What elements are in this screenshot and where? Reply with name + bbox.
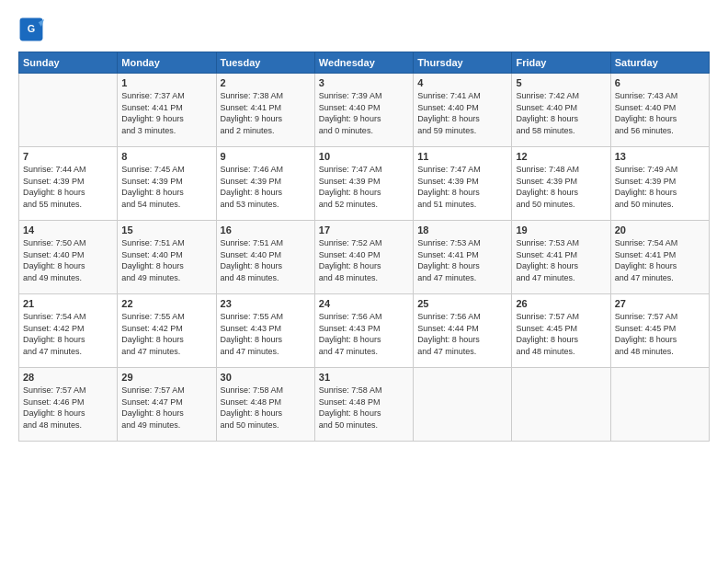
day-number: 13 — [615, 151, 705, 162]
day-header-friday: Friday — [512, 52, 610, 74]
calendar-cell: 27Sunrise: 7:57 AM Sunset: 4:45 PM Dayli… — [610, 294, 709, 368]
cell-info: Sunrise: 7:43 AM Sunset: 4:40 PM Dayligh… — [615, 90, 705, 136]
day-number: 12 — [516, 151, 606, 162]
calendar-table: SundayMondayTuesdayWednesdayThursdayFrid… — [18, 52, 710, 442]
calendar-cell — [512, 368, 610, 442]
cell-info: Sunrise: 7:52 AM Sunset: 4:40 PM Dayligh… — [319, 237, 409, 283]
cell-info: Sunrise: 7:54 AM Sunset: 4:41 PM Dayligh… — [615, 237, 705, 283]
day-number: 31 — [319, 372, 409, 383]
calendar-cell — [19, 74, 118, 147]
calendar-cell — [414, 368, 512, 442]
calendar-cell: 1Sunrise: 7:37 AM Sunset: 4:41 PM Daylig… — [118, 74, 216, 147]
calendar-cell: 11Sunrise: 7:47 AM Sunset: 4:39 PM Dayli… — [414, 147, 512, 221]
cell-info: Sunrise: 7:41 AM Sunset: 4:40 PM Dayligh… — [417, 90, 507, 136]
week-row-4: 21Sunrise: 7:54 AM Sunset: 4:42 PM Dayli… — [19, 294, 710, 368]
cell-info: Sunrise: 7:57 AM Sunset: 4:45 PM Dayligh… — [615, 311, 705, 357]
calendar-cell: 28Sunrise: 7:57 AM Sunset: 4:46 PM Dayli… — [19, 368, 118, 442]
cell-info: Sunrise: 7:55 AM Sunset: 4:43 PM Dayligh… — [221, 311, 311, 357]
day-number: 18 — [417, 224, 507, 236]
day-header-monday: Monday — [118, 52, 216, 74]
calendar-cell: 29Sunrise: 7:57 AM Sunset: 4:47 PM Dayli… — [118, 368, 216, 442]
day-header-wednesday: Wednesday — [314, 52, 413, 74]
day-number: 8 — [121, 151, 211, 162]
cell-info: Sunrise: 7:48 AM Sunset: 4:39 PM Dayligh… — [516, 164, 606, 210]
cell-info: Sunrise: 7:57 AM Sunset: 4:45 PM Dayligh… — [516, 311, 606, 357]
day-header-thursday: Thursday — [414, 52, 512, 74]
day-number: 29 — [121, 372, 211, 383]
cell-info: Sunrise: 7:47 AM Sunset: 4:39 PM Dayligh… — [417, 164, 507, 210]
cell-info: Sunrise: 7:47 AM Sunset: 4:39 PM Dayligh… — [319, 164, 409, 210]
calendar-cell: 6Sunrise: 7:43 AM Sunset: 4:40 PM Daylig… — [610, 74, 709, 147]
calendar-cell: 23Sunrise: 7:55 AM Sunset: 4:43 PM Dayli… — [216, 294, 314, 368]
calendar-cell: 26Sunrise: 7:57 AM Sunset: 4:45 PM Dayli… — [512, 294, 610, 368]
cell-info: Sunrise: 7:46 AM Sunset: 4:39 PM Dayligh… — [221, 164, 311, 210]
calendar-cell: 31Sunrise: 7:58 AM Sunset: 4:48 PM Dayli… — [314, 368, 413, 442]
calendar-cell: 30Sunrise: 7:58 AM Sunset: 4:48 PM Dayli… — [216, 368, 314, 442]
cell-info: Sunrise: 7:38 AM Sunset: 4:41 PM Dayligh… — [221, 90, 311, 136]
day-number: 30 — [221, 372, 311, 383]
cell-info: Sunrise: 7:45 AM Sunset: 4:39 PM Dayligh… — [121, 164, 211, 210]
calendar-cell: 3Sunrise: 7:39 AM Sunset: 4:40 PM Daylig… — [314, 74, 413, 147]
cell-info: Sunrise: 7:53 AM Sunset: 4:41 PM Dayligh… — [417, 237, 507, 283]
calendar-cell: 13Sunrise: 7:49 AM Sunset: 4:39 PM Dayli… — [610, 147, 709, 221]
calendar-cell: 20Sunrise: 7:54 AM Sunset: 4:41 PM Dayli… — [610, 221, 709, 294]
day-number: 15 — [121, 224, 211, 236]
calendar-cell: 25Sunrise: 7:56 AM Sunset: 4:44 PM Dayli… — [414, 294, 512, 368]
day-number: 22 — [121, 298, 211, 309]
day-number: 21 — [23, 298, 113, 309]
day-number: 6 — [615, 77, 705, 88]
calendar-cell: 16Sunrise: 7:51 AM Sunset: 4:40 PM Dayli… — [216, 221, 314, 294]
week-row-5: 28Sunrise: 7:57 AM Sunset: 4:46 PM Dayli… — [19, 368, 710, 442]
calendar-cell: 17Sunrise: 7:52 AM Sunset: 4:40 PM Dayli… — [314, 221, 413, 294]
day-header-sunday: Sunday — [19, 52, 118, 74]
cell-info: Sunrise: 7:55 AM Sunset: 4:42 PM Dayligh… — [121, 311, 211, 357]
week-row-2: 7Sunrise: 7:44 AM Sunset: 4:39 PM Daylig… — [19, 147, 710, 221]
calendar-cell: 14Sunrise: 7:50 AM Sunset: 4:40 PM Dayli… — [19, 221, 118, 294]
calendar-cell: 12Sunrise: 7:48 AM Sunset: 4:39 PM Dayli… — [512, 147, 610, 221]
day-number: 11 — [417, 151, 507, 162]
cell-info: Sunrise: 7:51 AM Sunset: 4:40 PM Dayligh… — [221, 237, 311, 283]
day-number: 16 — [221, 224, 311, 236]
calendar-cell: 2Sunrise: 7:38 AM Sunset: 4:41 PM Daylig… — [216, 74, 314, 147]
header-row: SundayMondayTuesdayWednesdayThursdayFrid… — [19, 52, 710, 74]
calendar-cell: 18Sunrise: 7:53 AM Sunset: 4:41 PM Dayli… — [414, 221, 512, 294]
calendar-cell: 15Sunrise: 7:51 AM Sunset: 4:40 PM Dayli… — [118, 221, 216, 294]
cell-info: Sunrise: 7:56 AM Sunset: 4:43 PM Dayligh… — [319, 311, 409, 357]
day-number: 14 — [23, 224, 113, 236]
header: G — [18, 17, 710, 42]
day-number: 26 — [516, 298, 606, 309]
day-number: 9 — [221, 151, 311, 162]
cell-info: Sunrise: 7:54 AM Sunset: 4:42 PM Dayligh… — [23, 311, 113, 357]
calendar-cell: 10Sunrise: 7:47 AM Sunset: 4:39 PM Dayli… — [314, 147, 413, 221]
cell-info: Sunrise: 7:44 AM Sunset: 4:39 PM Dayligh… — [23, 164, 113, 210]
cell-info: Sunrise: 7:51 AM Sunset: 4:40 PM Dayligh… — [121, 237, 211, 283]
day-number: 25 — [417, 298, 507, 309]
svg-text:G: G — [28, 23, 35, 34]
calendar-cell: 8Sunrise: 7:45 AM Sunset: 4:39 PM Daylig… — [118, 147, 216, 221]
day-number: 3 — [319, 77, 409, 88]
cell-info: Sunrise: 7:37 AM Sunset: 4:41 PM Dayligh… — [121, 90, 211, 136]
page: G SundayMondayTuesdayWednesdayThursdayFr… — [0, 0, 728, 563]
day-number: 20 — [615, 224, 705, 236]
day-number: 19 — [516, 224, 606, 236]
logo: G — [18, 17, 48, 42]
cell-info: Sunrise: 7:58 AM Sunset: 4:48 PM Dayligh… — [221, 385, 311, 431]
calendar-cell: 24Sunrise: 7:56 AM Sunset: 4:43 PM Dayli… — [314, 294, 413, 368]
day-number: 23 — [221, 298, 311, 309]
day-number: 10 — [319, 151, 409, 162]
cell-info: Sunrise: 7:42 AM Sunset: 4:40 PM Dayligh… — [516, 90, 606, 136]
day-number: 17 — [319, 224, 409, 236]
logo-icon: G — [18, 17, 44, 42]
cell-info: Sunrise: 7:56 AM Sunset: 4:44 PM Dayligh… — [417, 311, 507, 357]
day-number: 28 — [23, 372, 113, 383]
week-row-1: 1Sunrise: 7:37 AM Sunset: 4:41 PM Daylig… — [19, 74, 710, 147]
week-row-3: 14Sunrise: 7:50 AM Sunset: 4:40 PM Dayli… — [19, 221, 710, 294]
cell-info: Sunrise: 7:50 AM Sunset: 4:40 PM Dayligh… — [23, 237, 113, 283]
cell-info: Sunrise: 7:57 AM Sunset: 4:47 PM Dayligh… — [121, 385, 211, 431]
day-number: 27 — [615, 298, 705, 309]
calendar-cell: 19Sunrise: 7:53 AM Sunset: 4:41 PM Dayli… — [512, 221, 610, 294]
cell-info: Sunrise: 7:53 AM Sunset: 4:41 PM Dayligh… — [516, 237, 606, 283]
calendar-cell — [610, 368, 709, 442]
calendar-cell: 21Sunrise: 7:54 AM Sunset: 4:42 PM Dayli… — [19, 294, 118, 368]
cell-info: Sunrise: 7:58 AM Sunset: 4:48 PM Dayligh… — [319, 385, 409, 431]
